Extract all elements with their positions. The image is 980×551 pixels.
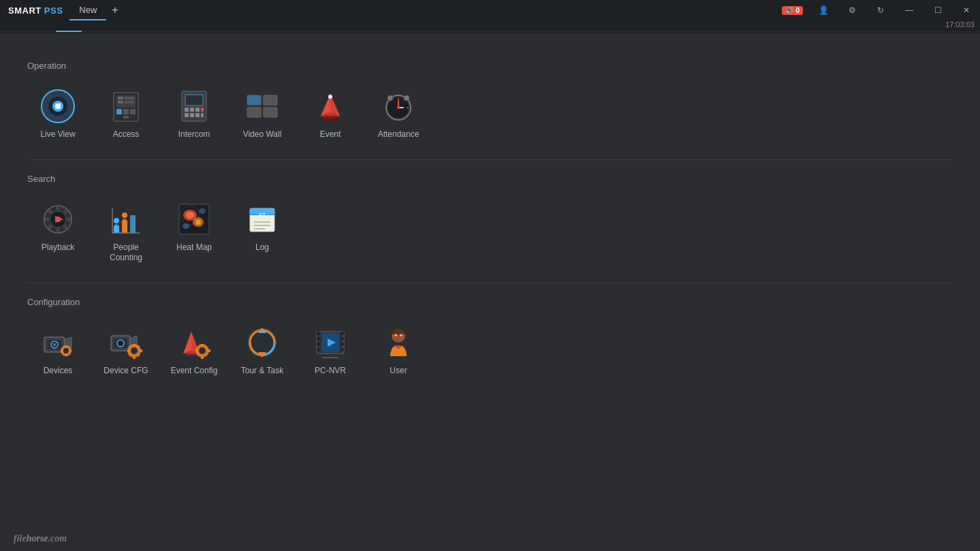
svg-point-41	[388, 95, 393, 101]
svg-text:07: 07	[259, 212, 266, 218]
svg-point-54	[63, 210, 67, 214]
tour-task-label: Tour & Task	[241, 366, 283, 377]
svg-rect-29	[264, 108, 277, 117]
svg-rect-86	[65, 345, 67, 347]
refresh-icon-btn[interactable]: ↻	[867, 0, 894, 20]
intercom-item[interactable]: Intercom	[163, 82, 225, 146]
svg-rect-10	[125, 101, 134, 104]
svg-rect-89	[69, 349, 72, 352]
event-icon	[311, 87, 349, 125]
svg-point-33	[325, 113, 336, 116]
event-item[interactable]: Event	[300, 82, 361, 146]
event-config-icon	[175, 324, 213, 362]
playback-label: Playback	[42, 242, 75, 253]
people-counting-icon	[107, 200, 145, 238]
video-wall-item[interactable]: Video Wall	[232, 82, 293, 146]
search-divider	[27, 159, 953, 160]
config-divider	[27, 283, 953, 283]
device-cfg-item[interactable]: Device CFG	[95, 318, 157, 382]
svg-rect-123	[341, 348, 344, 351]
svg-rect-99	[140, 349, 142, 352]
svg-rect-11	[116, 109, 122, 114]
svg-rect-57	[114, 226, 119, 233]
attendance-icon	[379, 87, 417, 125]
watermark: filehorse.com	[14, 533, 67, 544]
svg-rect-59	[130, 215, 136, 233]
svg-point-129	[400, 334, 402, 336]
people-counting-label: People Counting	[98, 242, 154, 264]
live-view-item[interactable]: Live View	[27, 82, 89, 146]
svg-rect-110	[195, 349, 197, 352]
svg-rect-120	[341, 332, 344, 335]
settings-icon-btn[interactable]: ⚙	[838, 0, 866, 20]
svg-rect-26	[247, 95, 261, 105]
svg-rect-12	[123, 109, 129, 114]
svg-rect-7	[118, 97, 123, 99]
tour-task-icon	[243, 324, 281, 362]
configuration-section-title: Configuration	[27, 297, 953, 307]
svg-rect-109	[201, 357, 204, 359]
playback-item[interactable]: Playback	[27, 195, 89, 269]
svg-point-95	[131, 347, 138, 354]
minimize-button[interactable]: —	[896, 0, 923, 20]
time-display: 17:03:03	[0, 20, 980, 31]
svg-point-4	[59, 104, 61, 106]
svg-point-60	[114, 218, 119, 223]
add-tab-button[interactable]: +	[106, 4, 123, 16]
svg-point-128	[395, 334, 397, 336]
tour-task-item[interactable]: Tour & Task	[232, 318, 293, 382]
device-cfg-label: Device CFG	[104, 366, 148, 377]
svg-point-42	[404, 95, 409, 101]
maximize-button[interactable]: ☐	[924, 0, 951, 20]
log-icon: 07	[243, 200, 281, 238]
title-bar: SMART PSS New + 🔊 0 👤 ⚙ ↻ — ☐ ✕	[0, 0, 980, 20]
svg-rect-122	[341, 343, 344, 346]
subtab-bar	[0, 31, 980, 33]
svg-point-53	[63, 225, 67, 229]
close-button[interactable]: ✕	[953, 0, 980, 20]
main-content: Operation Live View	[0, 33, 980, 409]
pc-nvr-label: PC-NVR	[315, 366, 346, 377]
svg-rect-22	[185, 113, 189, 117]
svg-point-51	[67, 217, 71, 221]
heat-map-item[interactable]: Heat Map	[163, 195, 225, 269]
app-title: SMART PSS	[0, 5, 63, 16]
intercom-label: Intercom	[178, 129, 210, 140]
user-label: User	[390, 366, 407, 377]
devices-item[interactable]: Devices	[27, 318, 89, 382]
people-counting-item[interactable]: People Counting	[95, 195, 157, 269]
access-item[interactable]: Access	[95, 82, 157, 146]
attendance-item[interactable]: Attendance	[368, 82, 429, 146]
svg-point-55	[48, 225, 52, 229]
devices-label: Devices	[44, 366, 73, 377]
svg-rect-19	[190, 108, 194, 112]
log-item[interactable]: 07 Log	[232, 195, 293, 269]
alert-badge[interactable]: 🔊 0	[782, 6, 803, 15]
svg-point-40	[397, 106, 400, 109]
svg-point-34	[321, 116, 340, 121]
pc-nvr-icon	[311, 324, 349, 362]
svg-point-105	[187, 351, 196, 353]
tab-new[interactable]: New	[69, 0, 106, 20]
svg-point-52	[48, 210, 52, 214]
log-label: Log	[255, 242, 269, 253]
user-item[interactable]: User	[368, 318, 429, 382]
user-icon-btn[interactable]: 👤	[810, 0, 837, 20]
svg-point-50	[45, 217, 49, 221]
search-section-title: Search	[27, 174, 953, 184]
intercom-icon	[175, 87, 213, 125]
svg-rect-118	[317, 343, 320, 346]
svg-rect-13	[130, 109, 136, 114]
svg-rect-21	[201, 108, 204, 112]
svg-point-61	[122, 212, 127, 218]
pc-nvr-item[interactable]: PC-NVR	[300, 318, 361, 382]
svg-point-69	[183, 223, 189, 229]
event-label: Event	[320, 129, 341, 140]
heat-map-icon	[175, 200, 213, 238]
event-config-item[interactable]: Event Config	[163, 318, 225, 382]
svg-point-70	[199, 208, 206, 214]
video-wall-label: Video Wall	[243, 129, 282, 140]
svg-rect-58	[122, 221, 127, 233]
svg-rect-25	[201, 113, 204, 117]
svg-rect-18	[185, 108, 189, 112]
